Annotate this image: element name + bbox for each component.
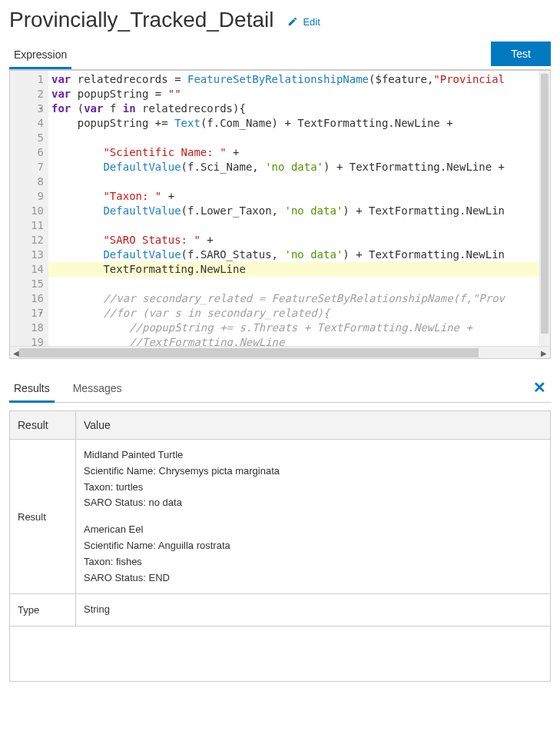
code-area[interactable]: var relatedrecords = FeatureSetByRelatio… bbox=[48, 71, 550, 346]
pencil-icon bbox=[287, 16, 298, 27]
tab-messages[interactable]: Messages bbox=[68, 376, 127, 403]
cell-key: Type bbox=[10, 594, 76, 626]
line-gutter: 123▾4567891011121314151617▾181920 bbox=[10, 71, 48, 346]
edit-label: Edit bbox=[303, 16, 320, 28]
code-editor[interactable]: 123▾4567891011121314151617▾181920 var re… bbox=[9, 70, 551, 359]
edit-button[interactable]: Edit bbox=[287, 16, 320, 28]
test-button[interactable]: Test bbox=[491, 42, 551, 66]
tab-results[interactable]: Results bbox=[9, 376, 55, 403]
scroll-right-icon[interactable]: ▶ bbox=[538, 347, 550, 359]
horizontal-scrollbar[interactable]: ◀ ▶ bbox=[10, 346, 550, 358]
results-table: Result Value Result Midland Painted Turt… bbox=[9, 410, 551, 626]
fold-icon[interactable]: ▾ bbox=[39, 306, 43, 321]
cell-key: Result bbox=[10, 440, 76, 594]
fold-icon[interactable]: ▾ bbox=[39, 101, 43, 116]
col-value: Value bbox=[76, 411, 551, 440]
page-title: Provincially_Tracked_Detail bbox=[9, 8, 273, 32]
header: Provincially_Tracked_Detail Edit bbox=[9, 8, 551, 32]
close-icon[interactable]: ✕ bbox=[529, 378, 551, 397]
vertical-scrollbar[interactable] bbox=[539, 71, 550, 346]
table-row: Type String bbox=[10, 594, 551, 626]
col-result: Result bbox=[10, 411, 76, 440]
tab-expression[interactable]: Expression bbox=[9, 42, 71, 69]
cell-value: String bbox=[76, 594, 551, 626]
editor-tabs: Expression Test bbox=[9, 42, 551, 70]
cell-value: Midland Painted Turtle Scientific Name: … bbox=[76, 440, 551, 594]
table-row: Result Midland Painted Turtle Scientific… bbox=[10, 440, 551, 594]
empty-area bbox=[9, 626, 551, 682]
results-tabs: Results Messages ✕ bbox=[9, 376, 551, 403]
